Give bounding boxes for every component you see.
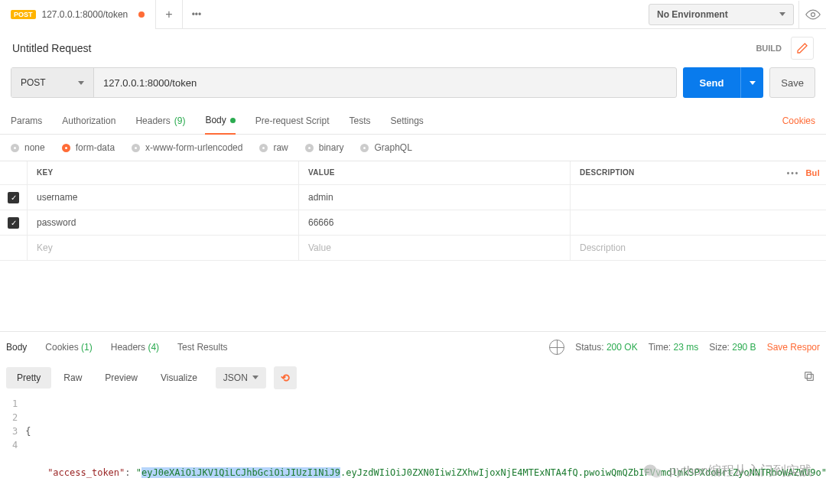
cell-description[interactable]: [571, 185, 780, 210]
svg-rect-2: [805, 372, 811, 379]
response-body[interactable]: 1234 { "access_token": "eyJ0eXAiOiJKV1Qi…: [0, 392, 826, 504]
table-options-button[interactable]: •••: [787, 169, 800, 177]
title-row: Untitled Request BUILD: [0, 29, 826, 67]
headers-count: (9): [174, 115, 186, 126]
response-cookies-label: Cookies: [45, 342, 78, 353]
cell-key-placeholder[interactable]: Key: [28, 236, 299, 260]
environment-preview-button[interactable]: [798, 1, 826, 28]
body-type-xform[interactable]: x-www-form-urlencoded: [132, 142, 242, 153]
cell-description-placeholder[interactable]: Description: [571, 236, 780, 260]
table-row-new[interactable]: Key Value Description: [0, 236, 826, 261]
tab-settings[interactable]: Settings: [391, 107, 424, 134]
col-header-description[interactable]: DESCRIPTION: [571, 161, 780, 184]
cell-key[interactable]: password: [28, 210, 299, 235]
radio-icon: [11, 144, 19, 152]
radio-label: binary: [319, 142, 344, 153]
body-type-radios: none form-data x-www-form-urlencoded raw…: [0, 135, 826, 161]
pencil-icon: [796, 42, 808, 54]
cookies-link[interactable]: Cookies: [782, 115, 815, 126]
body-type-none[interactable]: none: [11, 142, 45, 153]
formdata-table: KEY VALUE DESCRIPTION ••• Bul ✓ username…: [0, 161, 826, 261]
chevron-down-icon: [252, 376, 259, 379]
status-value: 200 OK: [606, 342, 638, 353]
request-name[interactable]: Untitled Request: [12, 42, 92, 54]
radio-label: none: [24, 142, 45, 153]
tab-prerequest[interactable]: Pre-request Script: [255, 107, 330, 134]
body-type-raw[interactable]: raw: [259, 142, 288, 153]
time-block: Time: 23 ms: [649, 342, 699, 353]
row-checkbox[interactable]: ✓: [8, 192, 19, 203]
status-block: Status: 200 OK: [575, 342, 637, 353]
save-button[interactable]: Save: [769, 67, 815, 98]
send-button[interactable]: Send: [683, 67, 741, 98]
tab-headers-label: Headers: [135, 115, 170, 126]
response-tab-body[interactable]: Body: [6, 342, 27, 353]
chevron-down-icon: [78, 81, 84, 85]
tab-body[interactable]: Body: [205, 108, 235, 135]
request-section-tabs: Params Authorization Headers (9) Body Pr…: [0, 107, 826, 135]
radio-icon: [259, 144, 268, 152]
view-raw[interactable]: Raw: [53, 367, 93, 389]
body-type-formdata[interactable]: form-data: [62, 142, 115, 153]
code-lines: { "access_token": "eyJ0eXAiOiJKV1QiLCJhb…: [25, 397, 826, 504]
tab-dirty-indicator-icon: [138, 11, 145, 18]
response-tab-cookies[interactable]: Cookies (1): [45, 342, 92, 353]
response-format-select[interactable]: JSON: [216, 367, 266, 389]
build-button[interactable]: BUILD: [751, 41, 786, 56]
eye-icon: [805, 9, 821, 20]
cell-value-placeholder[interactable]: Value: [299, 236, 571, 260]
wrap-lines-button[interactable]: ⟲: [274, 366, 297, 389]
tab-tests[interactable]: Tests: [349, 107, 370, 134]
table-row: ✓ username admin: [0, 185, 826, 210]
cell-description[interactable]: [571, 210, 780, 235]
body-type-binary[interactable]: binary: [305, 142, 344, 153]
response-tabs: Body Cookies (1) Headers (4) Test Result…: [0, 332, 826, 363]
tab-authorization[interactable]: Authorization: [62, 107, 115, 134]
tab-headers[interactable]: Headers (9): [135, 107, 185, 134]
radio-label: form-data: [76, 142, 115, 153]
method-select[interactable]: POST: [11, 68, 94, 97]
radio-icon: [360, 144, 369, 152]
request-tab[interactable]: POST 127.0.0.1:8000/token: [0, 0, 156, 28]
copy-response-button[interactable]: [798, 366, 820, 389]
save-response-button[interactable]: Save Respor: [767, 342, 820, 353]
cell-value[interactable]: admin: [299, 185, 571, 210]
svg-rect-1: [807, 374, 813, 380]
view-pretty[interactable]: Pretty: [6, 367, 51, 389]
line-gutter: 1234: [0, 397, 25, 504]
response-tab-testresults[interactable]: Test Results: [177, 342, 227, 353]
tab-title: 127.0.0.1:8000/token: [42, 9, 128, 20]
time-value: 23 ms: [674, 342, 699, 353]
chevron-down-icon: [750, 81, 756, 85]
method-value: POST: [21, 77, 46, 88]
view-preview[interactable]: Preview: [94, 367, 148, 389]
body-indicator-icon: [230, 118, 236, 123]
row-checkbox[interactable]: ✓: [8, 217, 19, 229]
cell-value[interactable]: 66666: [299, 210, 571, 235]
radio-label: GraphQL: [374, 142, 411, 153]
response-tab-headers[interactable]: Headers (4): [111, 342, 159, 353]
radio-label: raw: [273, 142, 288, 153]
body-type-graphql[interactable]: GraphQL: [360, 142, 411, 153]
col-header-key[interactable]: KEY: [28, 161, 299, 184]
new-tab-button[interactable]: +: [156, 0, 182, 28]
response-headers-label: Headers: [111, 342, 145, 353]
radio-icon: [62, 144, 70, 152]
cell-key[interactable]: username: [28, 185, 299, 210]
url-input[interactable]: 127.0.0.1:8000/token: [94, 68, 676, 97]
row-checkbox: [8, 242, 19, 254]
col-header-value[interactable]: VALUE: [299, 161, 571, 184]
network-info-icon[interactable]: [549, 340, 564, 355]
chevron-down-icon: [779, 12, 785, 16]
url-bar: POST 127.0.0.1:8000/token Send Save: [0, 67, 826, 107]
response-toolbar: Pretty Raw Preview Visualize JSON ⟲: [0, 363, 826, 392]
tab-params[interactable]: Params: [11, 107, 42, 134]
bulk-edit-button[interactable]: Bul: [805, 168, 820, 177]
tab-overflow-button[interactable]: •••: [183, 0, 211, 28]
view-visualize[interactable]: Visualize: [150, 367, 208, 389]
comments-button[interactable]: [791, 37, 814, 60]
environment-select[interactable]: No Environment: [649, 4, 794, 25]
format-label: JSON: [223, 372, 248, 383]
svg-point-0: [811, 12, 815, 16]
send-options-button[interactable]: [740, 67, 763, 98]
